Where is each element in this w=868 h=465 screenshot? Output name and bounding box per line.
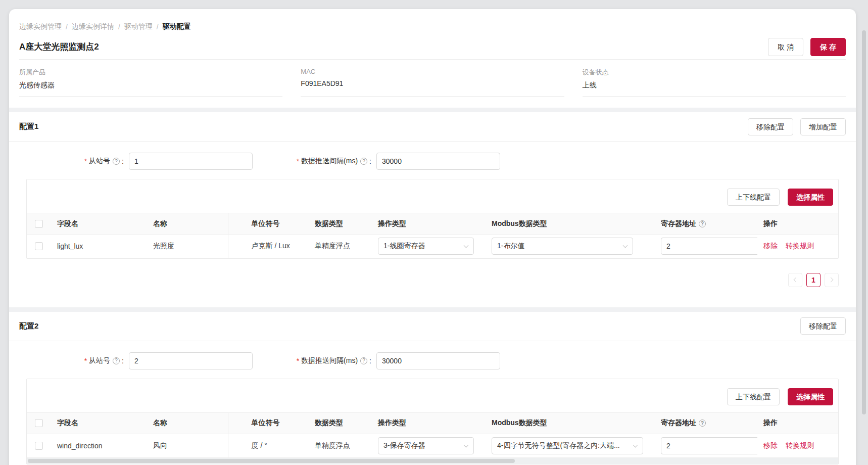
column-operation-type: 操作类型: [372, 213, 486, 235]
config-2-title: 配置2: [19, 321, 38, 331]
cell-field: wind_direction: [51, 434, 147, 457]
updown-config-button[interactable]: 上下线配置: [727, 189, 780, 206]
config-section-2: 配置2 移除配置 * 从站号 ? : * 数据推送间隔(ms) ? :: [9, 312, 856, 464]
cancel-button[interactable]: 取 消: [768, 38, 803, 56]
push-interval-input[interactable]: [376, 153, 500, 170]
config-1-title: 配置1: [19, 122, 38, 131]
pagination: 1: [26, 273, 839, 287]
table-header-row: 字段名 名称 单位符号 数据类型 操作类型 Modbus数据类型 寄存器地址 ?: [27, 213, 838, 235]
vertical-scrollbar[interactable]: [862, 30, 866, 414]
column-register-address: 寄存器地址 ?: [655, 412, 757, 434]
modbus-type-value: 1-布尔值: [497, 242, 524, 251]
chevron-down-icon: [464, 243, 469, 248]
save-button[interactable]: 保 存: [810, 38, 846, 56]
horizontal-scrollbar-thumb[interactable]: [28, 459, 515, 463]
operation-type-value: 3-保存寄存器: [383, 441, 425, 450]
required-mark: *: [84, 357, 87, 365]
remove-row-link[interactable]: 移除: [763, 441, 778, 450]
modbus-type-select[interactable]: 1-布尔值: [492, 238, 633, 255]
column-unit: 单位符号: [228, 412, 309, 434]
chevron-down-icon: [633, 442, 638, 447]
add-config-button[interactable]: 增加配置: [800, 118, 846, 135]
breadcrumb-separator: /: [66, 23, 68, 31]
info-field-product: 所属产品 光感传感器: [19, 68, 282, 97]
breadcrumb-item-driver-management[interactable]: 驱动管理: [124, 22, 153, 31]
config-section-1: 配置1 移除配置 增加配置 * 从站号 ? : * 数据推送间隔(ms) ? :: [9, 112, 856, 287]
help-icon[interactable]: ?: [360, 158, 367, 165]
breadcrumb-current-driver-config: 驱动配置: [163, 22, 191, 31]
help-icon[interactable]: ?: [360, 357, 367, 364]
modbus-type-select[interactable]: 4-四字节无符号整型(寄存器之内:大端...: [492, 437, 643, 454]
section-divider-band: [9, 108, 856, 112]
help-icon[interactable]: ?: [113, 357, 120, 364]
slave-id-input[interactable]: [129, 352, 253, 369]
select-all-checkbox[interactable]: [35, 220, 43, 228]
slave-id-label: * 从站号 ? :: [9, 356, 124, 365]
cell-name: 风向: [147, 434, 228, 457]
pagination-next[interactable]: [825, 273, 839, 287]
row-checkbox[interactable]: [35, 442, 43, 450]
register-address-label: 寄存器地址: [661, 418, 696, 428]
table-row: light_lux 光照度 卢克斯 / Lux 单精度浮点 1-线圈寄存器: [27, 235, 838, 258]
info-field-device-status: 设备状态 上线: [583, 68, 846, 97]
push-interval-label: * 数据推送间隔(ms) ? :: [253, 157, 371, 166]
slave-id-label-text: 从站号: [89, 356, 110, 365]
column-name: 名称: [147, 412, 228, 434]
required-mark: *: [297, 157, 299, 165]
breadcrumb-separator: /: [118, 23, 120, 31]
slave-id-label: * 从站号 ? :: [9, 157, 124, 166]
remove-row-link[interactable]: 移除: [763, 242, 778, 251]
horizontal-scrollbar[interactable]: [27, 458, 838, 464]
chevron-down-icon: [464, 442, 469, 447]
push-interval-label: * 数据推送间隔(ms) ? :: [253, 356, 371, 365]
page-header-area: 边缘实例管理 / 边缘实例详情 / 驱动管理 / 驱动配置 A座大堂光照监测点2…: [9, 9, 856, 60]
pagination-prev[interactable]: [788, 273, 802, 287]
operation-type-select[interactable]: 1-线圈寄存器: [378, 238, 474, 255]
help-icon[interactable]: ?: [113, 158, 120, 165]
device-status-label: 设备状态: [583, 68, 846, 77]
push-interval-label-text: 数据推送间隔(ms): [301, 157, 358, 166]
chevron-right-icon: [829, 277, 834, 283]
pagination-page-1[interactable]: 1: [806, 273, 821, 287]
help-icon[interactable]: ?: [699, 220, 706, 227]
column-modbus-type: Modbus数据类型: [486, 412, 655, 434]
cell-data-type: 单精度浮点: [309, 235, 372, 258]
attribute-table: 字段名 名称 单位符号 数据类型 操作类型 Modbus数据类型 寄存器地址 ?: [27, 412, 838, 458]
push-interval-input[interactable]: [376, 352, 500, 369]
config-2-form: * 从站号 ? : * 数据推送间隔(ms) ? :: [9, 352, 856, 369]
column-modbus-type: Modbus数据类型: [486, 213, 655, 235]
table-header-row: 字段名 名称 单位符号 数据类型 操作类型 Modbus数据类型 寄存器地址 ?: [27, 412, 838, 434]
slave-id-input[interactable]: [129, 153, 253, 170]
row-actions: 移除 转换规则: [763, 441, 832, 450]
required-mark: *: [297, 357, 299, 365]
remove-config-button[interactable]: 移除配置: [800, 317, 846, 335]
select-all-checkbox[interactable]: [35, 419, 43, 427]
conversion-rule-link[interactable]: 转换规则: [786, 441, 814, 450]
modbus-type-value: 4-四字节无符号整型(寄存器之内:大端...: [497, 441, 620, 450]
config-1-header: 配置1 移除配置 增加配置: [9, 112, 856, 142]
mac-label: MAC: [301, 68, 564, 75]
chevron-down-icon: [623, 243, 628, 248]
breadcrumb-item-edge-instance-detail[interactable]: 边缘实例详情: [72, 22, 114, 31]
select-attribute-button[interactable]: 选择属性: [788, 388, 833, 405]
slave-id-label-text: 从站号: [89, 157, 110, 166]
column-register-address: 寄存器地址 ?: [655, 213, 757, 235]
cell-unit: 卢克斯 / Lux: [228, 235, 309, 258]
updown-config-button[interactable]: 上下线配置: [727, 388, 780, 405]
column-unit: 单位符号: [228, 213, 309, 235]
attribute-table-block: 上下线配置 选择属性 字段名 名称 单位符号 数据类型 操作类型 Modbus数…: [26, 179, 839, 259]
section-divider-band: [9, 307, 856, 312]
breadcrumb-item-edge-instance-management[interactable]: 边缘实例管理: [19, 22, 62, 31]
label-colon: :: [122, 157, 124, 165]
help-icon[interactable]: ?: [699, 420, 706, 427]
operation-type-select[interactable]: 3-保存寄存器: [378, 437, 474, 454]
driver-config-card: 边缘实例管理 / 边缘实例详情 / 驱动管理 / 驱动配置 A座大堂光照监测点2…: [9, 9, 856, 465]
row-checkbox[interactable]: [35, 242, 43, 250]
column-field: 字段名: [51, 213, 147, 235]
remove-config-button[interactable]: 移除配置: [748, 118, 793, 135]
cell-unit: 度 / °: [228, 434, 309, 457]
conversion-rule-link[interactable]: 转换规则: [786, 242, 814, 251]
select-attribute-button[interactable]: 选择属性: [788, 189, 833, 206]
column-actions: 操作: [757, 412, 838, 434]
required-mark: *: [84, 157, 87, 165]
